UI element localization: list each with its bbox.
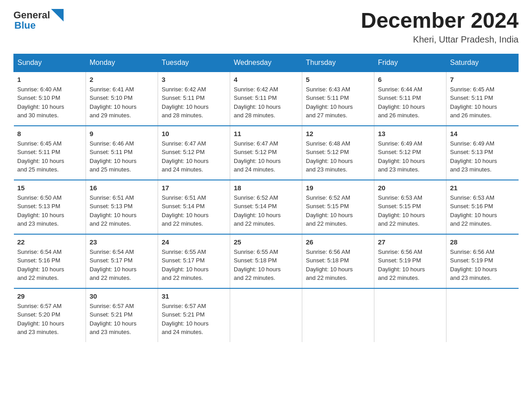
calendar-day-cell: 12Sunrise: 6:48 AM Sunset: 5:12 PM Dayli…: [302, 126, 374, 180]
logo-arrow-icon: [51, 9, 64, 21]
day-info-text: Sunrise: 6:42 AM Sunset: 5:11 PM Dayligh…: [234, 85, 298, 120]
day-info-text: Sunrise: 6:57 AM Sunset: 5:21 PM Dayligh…: [90, 302, 154, 337]
day-number: 26: [306, 238, 370, 246]
calendar-day-cell: 14Sunrise: 6:49 AM Sunset: 5:13 PM Dayli…: [446, 126, 519, 180]
day-info-text: Sunrise: 6:54 AM Sunset: 5:17 PM Dayligh…: [90, 248, 154, 283]
day-info-text: Sunrise: 6:55 AM Sunset: 5:18 PM Dayligh…: [234, 248, 298, 283]
day-info-text: Sunrise: 6:41 AM Sunset: 5:10 PM Dayligh…: [90, 85, 154, 120]
calendar-day-cell: 24Sunrise: 6:55 AM Sunset: 5:17 PM Dayli…: [158, 234, 230, 288]
day-number: 24: [162, 238, 226, 246]
day-of-week-header: Saturday: [446, 54, 519, 72]
calendar-day-cell: 22Sunrise: 6:54 AM Sunset: 5:16 PM Dayli…: [14, 234, 86, 288]
svg-marker-0: [51, 9, 64, 21]
day-number: 15: [17, 184, 82, 192]
calendar-day-cell: 4Sunrise: 6:42 AM Sunset: 5:11 PM Daylig…: [230, 72, 302, 126]
day-number: 5: [306, 76, 370, 83]
calendar-day-cell: 29Sunrise: 6:57 AM Sunset: 5:20 PM Dayli…: [14, 288, 86, 342]
calendar-day-cell: 25Sunrise: 6:55 AM Sunset: 5:18 PM Dayli…: [230, 234, 302, 288]
day-number: 11: [234, 130, 298, 137]
day-number: 7: [450, 76, 515, 83]
calendar-day-cell: 27Sunrise: 6:56 AM Sunset: 5:19 PM Dayli…: [374, 234, 446, 288]
calendar-day-cell: [374, 288, 446, 342]
day-info-text: Sunrise: 6:51 AM Sunset: 5:14 PM Dayligh…: [162, 193, 226, 228]
day-number: 1: [17, 76, 82, 83]
location-text: Kheri, Uttar Pradesh, India: [361, 34, 519, 45]
calendar-day-cell: [230, 288, 302, 342]
day-number: 16: [90, 184, 154, 192]
day-number: 20: [378, 184, 442, 192]
calendar-day-cell: 5Sunrise: 6:43 AM Sunset: 5:11 PM Daylig…: [302, 72, 374, 126]
day-info-text: Sunrise: 6:47 AM Sunset: 5:12 PM Dayligh…: [234, 139, 298, 174]
day-info-text: Sunrise: 6:52 AM Sunset: 5:14 PM Dayligh…: [234, 193, 298, 228]
calendar-day-cell: 16Sunrise: 6:51 AM Sunset: 5:13 PM Dayli…: [86, 180, 158, 234]
day-number: 28: [450, 238, 515, 246]
day-info-text: Sunrise: 6:53 AM Sunset: 5:16 PM Dayligh…: [450, 193, 515, 228]
calendar-day-cell: 15Sunrise: 6:50 AM Sunset: 5:13 PM Dayli…: [14, 180, 86, 234]
day-of-week-header: Monday: [86, 54, 158, 72]
day-info-text: Sunrise: 6:57 AM Sunset: 5:20 PM Dayligh…: [17, 302, 82, 337]
day-number: 25: [234, 238, 298, 246]
calendar-day-cell: 6Sunrise: 6:44 AM Sunset: 5:11 PM Daylig…: [374, 72, 446, 126]
logo-blue-text: Blue: [13, 20, 36, 31]
day-number: 31: [162, 292, 226, 300]
day-number: 3: [162, 76, 226, 83]
day-info-text: Sunrise: 6:42 AM Sunset: 5:11 PM Dayligh…: [162, 85, 226, 120]
logo: General Blue: [13, 9, 64, 31]
calendar-day-cell: 7Sunrise: 6:45 AM Sunset: 5:11 PM Daylig…: [446, 72, 519, 126]
month-year-title: December 2024: [361, 9, 519, 33]
calendar-header-row: SundayMondayTuesdayWednesdayThursdayFrid…: [14, 54, 519, 72]
day-number: 22: [17, 238, 82, 246]
day-number: 8: [17, 130, 82, 137]
day-number: 17: [162, 184, 226, 192]
day-info-text: Sunrise: 6:49 AM Sunset: 5:13 PM Dayligh…: [450, 139, 515, 174]
calendar-day-cell: 8Sunrise: 6:45 AM Sunset: 5:11 PM Daylig…: [14, 126, 86, 180]
calendar-week-row: 29Sunrise: 6:57 AM Sunset: 5:20 PM Dayli…: [14, 288, 519, 342]
day-info-text: Sunrise: 6:53 AM Sunset: 5:15 PM Dayligh…: [378, 193, 442, 228]
day-info-text: Sunrise: 6:56 AM Sunset: 5:18 PM Dayligh…: [306, 248, 370, 283]
calendar-day-cell: 2Sunrise: 6:41 AM Sunset: 5:10 PM Daylig…: [86, 72, 158, 126]
day-number: 23: [90, 238, 154, 246]
day-of-week-header: Sunday: [14, 54, 86, 72]
day-number: 29: [17, 292, 82, 300]
calendar-day-cell: 31Sunrise: 6:57 AM Sunset: 5:21 PM Dayli…: [158, 288, 230, 342]
calendar-day-cell: 10Sunrise: 6:47 AM Sunset: 5:12 PM Dayli…: [158, 126, 230, 180]
day-info-text: Sunrise: 6:44 AM Sunset: 5:11 PM Dayligh…: [378, 85, 442, 120]
calendar-day-cell: 26Sunrise: 6:56 AM Sunset: 5:18 PM Dayli…: [302, 234, 374, 288]
calendar-week-row: 1Sunrise: 6:40 AM Sunset: 5:10 PM Daylig…: [14, 72, 519, 126]
day-info-text: Sunrise: 6:40 AM Sunset: 5:10 PM Dayligh…: [17, 85, 82, 120]
day-number: 21: [450, 184, 515, 192]
calendar-day-cell: 20Sunrise: 6:53 AM Sunset: 5:15 PM Dayli…: [374, 180, 446, 234]
calendar-day-cell: [302, 288, 374, 342]
day-of-week-header: Friday: [374, 54, 446, 72]
page-header: General Blue December 2024 Kheri, Uttar …: [13, 9, 519, 45]
day-info-text: Sunrise: 6:55 AM Sunset: 5:17 PM Dayligh…: [162, 248, 226, 283]
calendar-day-cell: 19Sunrise: 6:52 AM Sunset: 5:15 PM Dayli…: [302, 180, 374, 234]
day-number: 10: [162, 130, 226, 137]
day-number: 12: [306, 130, 370, 137]
calendar-day-cell: 1Sunrise: 6:40 AM Sunset: 5:10 PM Daylig…: [14, 72, 86, 126]
calendar-day-cell: 28Sunrise: 6:56 AM Sunset: 5:19 PM Dayli…: [446, 234, 519, 288]
day-info-text: Sunrise: 6:50 AM Sunset: 5:13 PM Dayligh…: [17, 193, 82, 228]
calendar-day-cell: [446, 288, 519, 342]
day-number: 4: [234, 76, 298, 83]
day-info-text: Sunrise: 6:56 AM Sunset: 5:19 PM Dayligh…: [378, 248, 442, 283]
calendar-day-cell: 23Sunrise: 6:54 AM Sunset: 5:17 PM Dayli…: [86, 234, 158, 288]
day-info-text: Sunrise: 6:45 AM Sunset: 5:11 PM Dayligh…: [17, 139, 82, 174]
day-info-text: Sunrise: 6:56 AM Sunset: 5:19 PM Dayligh…: [450, 248, 515, 283]
day-number: 18: [234, 184, 298, 192]
day-info-text: Sunrise: 6:49 AM Sunset: 5:12 PM Dayligh…: [378, 139, 442, 174]
calendar-week-row: 8Sunrise: 6:45 AM Sunset: 5:11 PM Daylig…: [14, 126, 519, 180]
day-number: 30: [90, 292, 154, 300]
day-info-text: Sunrise: 6:57 AM Sunset: 5:21 PM Dayligh…: [162, 302, 226, 337]
calendar-day-cell: 13Sunrise: 6:49 AM Sunset: 5:12 PM Dayli…: [374, 126, 446, 180]
calendar-week-row: 15Sunrise: 6:50 AM Sunset: 5:13 PM Dayli…: [14, 180, 519, 234]
calendar-day-cell: 3Sunrise: 6:42 AM Sunset: 5:11 PM Daylig…: [158, 72, 230, 126]
day-of-week-header: Tuesday: [158, 54, 230, 72]
calendar-day-cell: 21Sunrise: 6:53 AM Sunset: 5:16 PM Dayli…: [446, 180, 519, 234]
day-number: 9: [90, 130, 154, 137]
calendar-day-cell: 30Sunrise: 6:57 AM Sunset: 5:21 PM Dayli…: [86, 288, 158, 342]
day-info-text: Sunrise: 6:54 AM Sunset: 5:16 PM Dayligh…: [17, 248, 82, 283]
title-block: December 2024 Kheri, Uttar Pradesh, Indi…: [361, 9, 519, 45]
day-info-text: Sunrise: 6:43 AM Sunset: 5:11 PM Dayligh…: [306, 85, 370, 120]
day-info-text: Sunrise: 6:46 AM Sunset: 5:11 PM Dayligh…: [90, 139, 154, 174]
